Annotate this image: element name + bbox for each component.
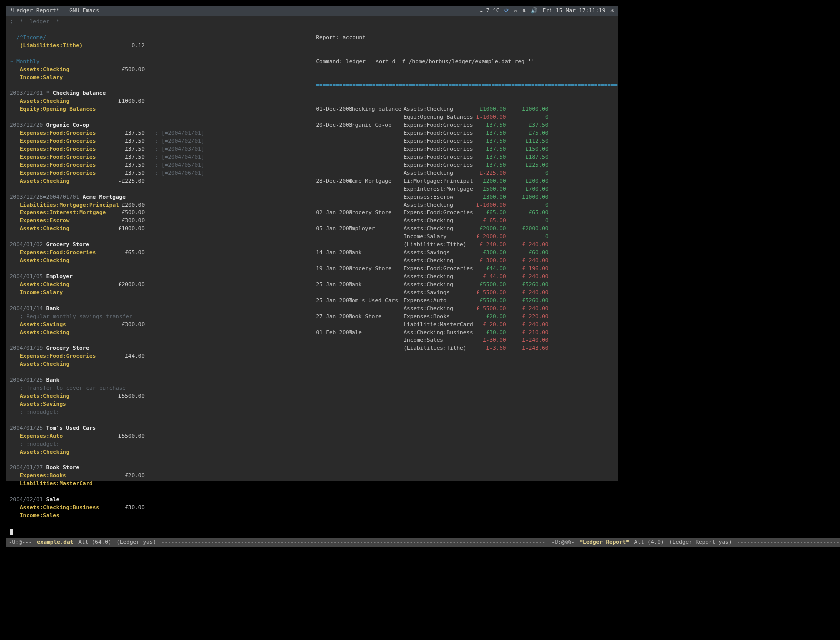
modeline-position: All (64,0) bbox=[78, 538, 112, 546]
modeline-fill: ----------------------------------------… bbox=[737, 538, 840, 546]
volume-icon[interactable]: 🔊 bbox=[531, 7, 538, 15]
report-row: Liabilitie:MasterCard£-20.00£-240.00 bbox=[316, 321, 614, 329]
modeline-right[interactable]: -U:@%%- *Ledger Report* All (4,0) (Ledge… bbox=[548, 538, 840, 547]
window-title: *Ledger Report* - GNU Emacs bbox=[10, 7, 100, 15]
report-row: Exp:Interest:Mortgage£500.00£700.00 bbox=[316, 186, 614, 194]
report-row: Assets:Savings£-5500.00£-240.00 bbox=[316, 289, 614, 297]
modeline-fill: ----------------------------------------… bbox=[162, 538, 546, 546]
report-row: Assets:Checking£-225.000 bbox=[316, 170, 614, 178]
report-row: Income:Sales£-30.00£-240.00 bbox=[316, 336, 614, 344]
modeline-state: -U:@%%- bbox=[552, 538, 574, 546]
report-row: Expenses:Escrow£300.00£1000.00 bbox=[316, 194, 614, 202]
report-row: 25-Jan-2004Tom's Used CarsExpenses:Auto£… bbox=[316, 297, 614, 305]
modeline-position: All (4,0) bbox=[634, 538, 664, 546]
report-row: Assets:Checking£-300.00£-240.00 bbox=[316, 257, 614, 265]
report-row: Expens:Food:Groceries£37.50£225.00 bbox=[316, 162, 614, 170]
report-row: Assets:Checking£-65.000 bbox=[316, 217, 614, 225]
report-row: Expens:Food:Groceries£37.50£75.00 bbox=[316, 130, 614, 138]
report-row: 19-Jan-2004Grocery StoreExpens:Food:Groc… bbox=[316, 265, 614, 273]
modeline-buffer: *Ledger Report* bbox=[580, 538, 630, 546]
report-row: 25-Jan-2004BankAssets:Checking£5500.00£5… bbox=[316, 281, 614, 289]
report-row: 20-Dec-2003Organic Co-opExpens:Food:Groc… bbox=[316, 122, 614, 130]
report-command: Command: ledger --sort d -f /home/borbus… bbox=[316, 58, 614, 66]
report-row: 01-Feb-2004SaleAss:Checking:Business£30.… bbox=[316, 329, 614, 337]
clock: Fri 15 Mar 17:11:19 bbox=[543, 7, 606, 15]
report-row: 05-Jan-2004EmployerAssets:Checking£2000.… bbox=[316, 225, 614, 233]
source-buffer[interactable]: ; -*- ledger -*- = /^Income/(Liabilities… bbox=[6, 16, 312, 538]
mail-icon[interactable]: ✉ bbox=[514, 7, 518, 15]
report-row: Assets:Checking£-44.00£-240.00 bbox=[316, 273, 614, 281]
refresh-icon[interactable]: ⟳ bbox=[504, 7, 509, 15]
report-row: Expens:Food:Groceries£37.50£112.50 bbox=[316, 138, 614, 146]
report-row: Income:Salary£-2000.000 bbox=[316, 233, 614, 241]
report-row: 28-Dec-2003Acme MortgageLi:Mortgage:Prin… bbox=[316, 178, 614, 186]
modeline-mode: (Ledger Report yas) bbox=[669, 538, 732, 546]
report-separator: ========================================… bbox=[316, 82, 614, 90]
network-icon[interactable]: ⇅ bbox=[522, 7, 526, 15]
report-row: Assets:Checking£-5500.00£-240.00 bbox=[316, 305, 614, 313]
report-row: 14-Jan-2004BankAssets:Savings£300.00£60.… bbox=[316, 249, 614, 257]
emacs-window: *Ledger Report* - GNU Emacs ☁ 7 °C ⟳ ✉ ⇅… bbox=[6, 6, 618, 481]
modeline-left[interactable]: -U:@--- example.dat All (64,0) (Ledger y… bbox=[6, 538, 548, 547]
report-row: Expens:Food:Groceries£37.50£150.00 bbox=[316, 146, 614, 154]
modeline-state: -U:@--- bbox=[9, 538, 32, 546]
report-title: Report: account bbox=[316, 34, 614, 42]
modeline-mode: (Ledger yas) bbox=[116, 538, 156, 546]
report-row: 01-Dec-2003Checking balanceAssets:Checki… bbox=[316, 106, 614, 114]
weather-indicator[interactable]: ☁ 7 °C bbox=[480, 7, 500, 15]
report-row: Expens:Food:Groceries£37.50£187.50 bbox=[316, 154, 614, 162]
titlebar: *Ledger Report* - GNU Emacs ☁ 7 °C ⟳ ✉ ⇅… bbox=[6, 6, 618, 16]
report-row: (Liabilities:Tithe)£-240.00£-240.00 bbox=[316, 241, 614, 249]
report-row: Equi:Opening Balances£-1000.000 bbox=[316, 114, 614, 122]
report-row: (Liabilities:Tithe)£-3.60£-243.60 bbox=[316, 344, 614, 352]
report-buffer[interactable]: Report: account Command: ledger --sort d… bbox=[312, 16, 618, 538]
modeline-buffer: example.dat bbox=[37, 538, 74, 546]
settings-icon[interactable]: ✻ bbox=[610, 7, 614, 15]
report-row: 27-Jan-2004Book StoreExpenses:Books£20.0… bbox=[316, 313, 614, 321]
system-tray: ☁ 7 °C ⟳ ✉ ⇅ 🔊 Fri 15 Mar 17:11:19 ✻ bbox=[480, 7, 614, 15]
report-row: Assets:Checking£-1000.000 bbox=[316, 202, 614, 210]
report-row: 02-Jan-2004Grocery StoreExpens:Food:Groc… bbox=[316, 209, 614, 217]
